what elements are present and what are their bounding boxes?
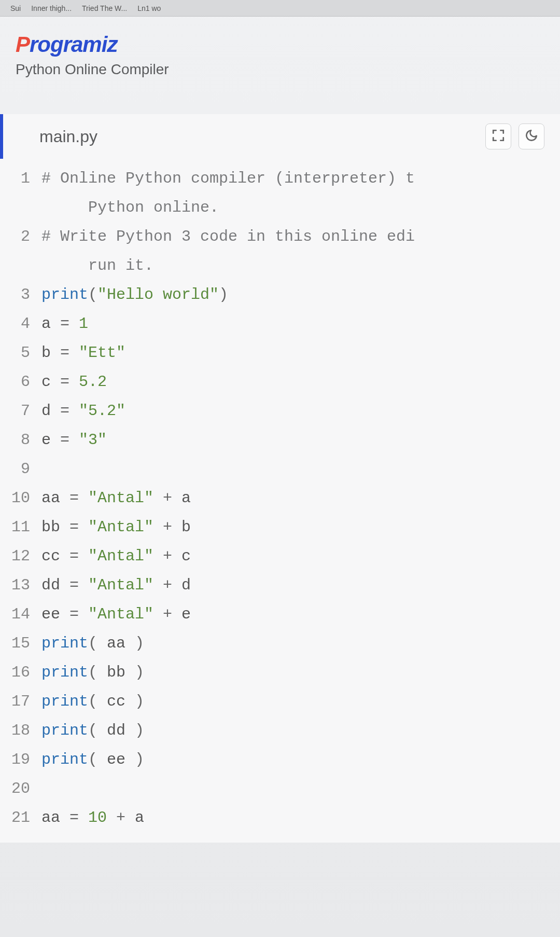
code-content[interactable]: dd = "Antal" + d <box>41 571 560 600</box>
code-content[interactable]: e = "3" <box>41 425 560 454</box>
line-number: 15 <box>0 629 41 658</box>
line-number: 1 <box>0 164 41 193</box>
fullscreen-button[interactable] <box>485 123 511 149</box>
code-line[interactable]: 19print( ee ) <box>0 745 560 774</box>
code-line[interactable]: 2# Write Python 3 code in this online ed… <box>0 222 560 251</box>
code-line[interactable]: 11bb = "Antal" + b <box>0 513 560 542</box>
code-editor[interactable]: 1# Online Python compiler (interpreter) … <box>0 159 560 843</box>
browser-tab[interactable]: Inner thigh... <box>31 4 72 12</box>
line-number: 4 <box>0 309 41 338</box>
code-line-wrapped[interactable]: Python online. <box>0 193 560 222</box>
code-line[interactable]: 6c = 5.2 <box>0 367 560 396</box>
line-number: 21 <box>0 803 41 832</box>
code-line[interactable]: 3print("Hello world") <box>0 280 560 309</box>
line-number: 6 <box>0 367 41 396</box>
brand-logo: Programiz <box>16 32 544 57</box>
editor-tab-bar: main.py <box>0 114 560 159</box>
code-content[interactable]: c = 5.2 <box>41 367 560 396</box>
code-content[interactable]: bb = "Antal" + b <box>41 513 560 542</box>
code-line[interactable]: 18print( dd ) <box>0 716 560 745</box>
dark-mode-button[interactable] <box>519 123 544 149</box>
line-number: 14 <box>0 600 41 629</box>
code-content[interactable]: cc = "Antal" + c <box>41 542 560 571</box>
code-line[interactable]: 14ee = "Antal" + e <box>0 600 560 629</box>
code-content[interactable]: aa = 10 + a <box>41 803 560 832</box>
line-number: 16 <box>0 658 41 687</box>
page-header: Programiz Python Online Compiler <box>0 17 560 88</box>
line-number: 2 <box>0 222 41 251</box>
logo-letter: P <box>16 32 30 57</box>
filename-label: main.py <box>39 127 478 146</box>
code-line[interactable]: 7d = "5.2" <box>0 396 560 425</box>
code-line[interactable]: 20 <box>0 774 560 803</box>
moon-icon <box>525 129 538 144</box>
code-content[interactable]: print( bb ) <box>41 658 560 687</box>
code-content[interactable]: print( cc ) <box>41 687 560 716</box>
code-line[interactable]: 16print( bb ) <box>0 658 560 687</box>
code-content[interactable]: ee = "Antal" + e <box>41 600 560 629</box>
code-content[interactable]: print( dd ) <box>41 716 560 745</box>
line-number: 7 <box>0 396 41 425</box>
browser-tab[interactable]: Ln1 wo <box>137 4 161 12</box>
code-line[interactable]: 9 <box>0 454 560 484</box>
line-number: 20 <box>0 774 41 803</box>
code-content[interactable]: d = "5.2" <box>41 396 560 425</box>
browser-tab[interactable]: Sui <box>10 4 21 12</box>
line-number: 5 <box>0 338 41 367</box>
line-number: 8 <box>0 425 41 454</box>
line-number: 17 <box>0 687 41 716</box>
line-number: 18 <box>0 716 41 745</box>
line-number: 19 <box>0 745 41 774</box>
code-line[interactable]: 21aa = 10 + a <box>0 803 560 832</box>
code-line[interactable]: 13dd = "Antal" + d <box>0 571 560 600</box>
code-line-wrapped[interactable]: run it. <box>0 251 560 280</box>
code-content[interactable]: # Write Python 3 code in this online edi <box>41 222 560 251</box>
code-line[interactable]: 5b = "Ett" <box>0 338 560 367</box>
code-line[interactable]: 8e = "3" <box>0 425 560 454</box>
line-number: 13 <box>0 571 41 600</box>
code-content[interactable]: print("Hello world") <box>41 280 560 309</box>
code-content[interactable]: Python online. <box>41 193 560 222</box>
code-line[interactable]: 12cc = "Antal" + c <box>0 542 560 571</box>
logo-rest: rogramiz <box>30 32 117 57</box>
code-line[interactable]: 10aa = "Antal" + a <box>0 484 560 513</box>
code-content[interactable]: print( ee ) <box>41 745 560 774</box>
code-line[interactable]: 4a = 1 <box>0 309 560 338</box>
browser-tabs-strip: Sui Inner thigh... Tried The W... Ln1 wo <box>0 0 560 17</box>
line-number: 3 <box>0 280 41 309</box>
line-number: 9 <box>0 454 41 484</box>
line-number: 12 <box>0 542 41 571</box>
code-content[interactable]: # Online Python compiler (interpreter) t <box>41 164 560 193</box>
editor-container: main.py 1# Online Python compiler (inter… <box>0 114 560 843</box>
line-number: 10 <box>0 484 41 513</box>
browser-tab[interactable]: Tried The W... <box>82 4 127 12</box>
line-number: 11 <box>0 513 41 542</box>
code-content[interactable]: aa = "Antal" + a <box>41 484 560 513</box>
code-content[interactable]: b = "Ett" <box>41 338 560 367</box>
code-content[interactable]: print( aa ) <box>41 629 560 658</box>
page-subtitle: Python Online Compiler <box>16 61 544 78</box>
code-line[interactable]: 1# Online Python compiler (interpreter) … <box>0 164 560 193</box>
code-line[interactable]: 15print( aa ) <box>0 629 560 658</box>
fullscreen-icon <box>492 129 505 144</box>
code-line[interactable]: 17print( cc ) <box>0 687 560 716</box>
code-content[interactable]: run it. <box>41 251 560 280</box>
code-content[interactable]: a = 1 <box>41 309 560 338</box>
